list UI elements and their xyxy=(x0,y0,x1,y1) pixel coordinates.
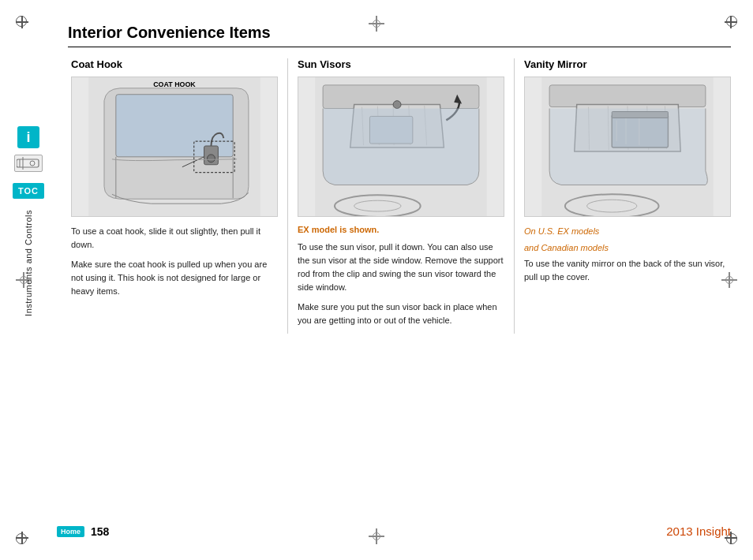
section-label: Instruments and Controls xyxy=(24,210,33,316)
col-sun-visors: Sun Visors xyxy=(288,58,515,334)
sidebar-feature-icon xyxy=(14,155,43,172)
col-coat-hook: Coat Hook COAT HOOK xyxy=(68,58,288,334)
svg-rect-26 xyxy=(549,85,706,107)
vanity-mirror-illustration xyxy=(524,77,731,217)
footer-book-title: 2013 Insight xyxy=(666,525,731,538)
vanity-italic-line2: and Canadian models xyxy=(524,241,731,255)
svg-point-8 xyxy=(208,155,215,162)
page-number: 158 xyxy=(91,525,109,538)
vanity-mirror-title: Vanity Mirror xyxy=(524,58,731,70)
page-title: Interior Convenience Items xyxy=(68,24,731,47)
svg-point-22 xyxy=(393,101,401,109)
coat-hook-text2: Make sure the coat hook is pulled up whe… xyxy=(71,258,278,298)
footer-home-section: Home 158 xyxy=(57,525,109,538)
toc-badge[interactable]: TOC xyxy=(13,183,44,199)
coat-hook-title: Coat Hook xyxy=(71,58,278,70)
sun-visors-title: Sun Visors xyxy=(298,58,504,70)
sun-visors-text1: To use the sun visor, pull it down. You … xyxy=(298,241,504,294)
vanity-mirror-text1: To use the vanity mirror on the back of … xyxy=(524,257,731,284)
main-content: Interior Convenience Items Coat Hook COA… xyxy=(57,0,753,560)
sun-visor-illustration xyxy=(298,77,504,217)
home-badge[interactable]: Home xyxy=(57,526,84,537)
coat-hook-illustration: COAT HOOK xyxy=(71,77,278,217)
vanity-italic-line1: On U.S. EX models xyxy=(524,225,731,238)
svg-point-3 xyxy=(30,161,35,166)
coat-hook-text1: To use a coat hook, slide it out slightl… xyxy=(71,225,278,252)
info-icon: i xyxy=(17,126,39,148)
ex-model-label: EX model is shown. xyxy=(298,225,504,234)
sun-visors-text2: Make sure you put the sun visor back in … xyxy=(298,301,504,327)
col-vanity-mirror: Vanity Mirror xyxy=(515,58,731,334)
svg-text:COAT HOOK: COAT HOOK xyxy=(153,80,196,88)
sidebar: i TOC Instruments and Controls xyxy=(0,0,57,560)
content-columns: Coat Hook COAT HOOK xyxy=(68,58,731,334)
footer: Home 158 2013 Insight xyxy=(57,525,731,538)
